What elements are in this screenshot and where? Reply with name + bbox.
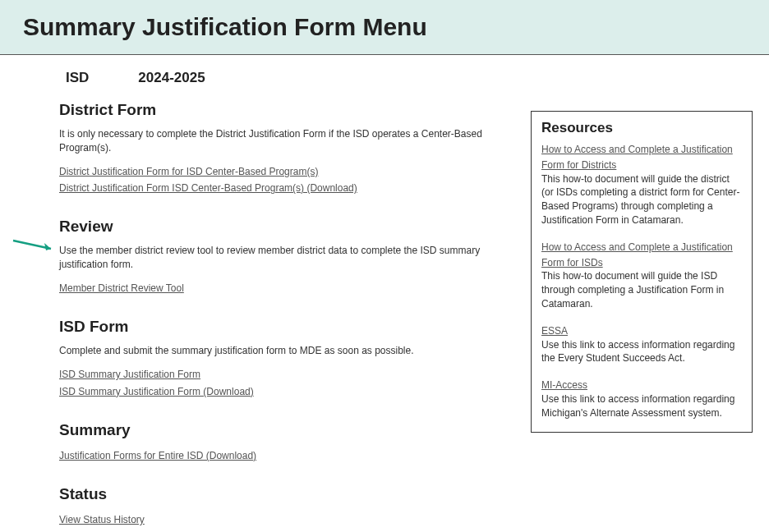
resource-desc: Use this link to access information rega… [541,338,742,366]
link-list: Justification Forms for Entire ISD (Down… [59,447,498,464]
section-heading: Summary [59,421,498,439]
resource-link-howto-isds[interactable]: How to Access and Complete a Justificati… [541,241,733,268]
link-list: ISD Summary Justification Form ISD Summa… [59,366,498,400]
link-list: View Status History Document Menu Summar… [59,511,498,532]
header-banner: Summary Justification Form Menu [0,0,769,55]
section-review: Review Use the member district review to… [59,218,498,296]
content-wrapper: District Form It is only necessary to co… [0,101,769,532]
resource-desc: This how-to document will guide the dist… [541,172,742,227]
link-isd-summary-justification-form-download[interactable]: ISD Summary Justification Form (Download… [59,383,498,400]
breadcrumb-year: 2024-2025 [138,70,205,86]
section-status: Status View Status History Document Menu… [59,485,498,532]
link-justification-forms-entire-isd-download[interactable]: Justification Forms for Entire ISD (Down… [59,447,498,464]
resource-link-essa[interactable]: ESSA [541,325,568,337]
section-district-form: District Form It is only necessary to co… [59,101,498,196]
main-column: District Form It is only necessary to co… [8,101,506,532]
link-list: District Justification Form for ISD Cent… [59,163,498,197]
link-document-menu[interactable]: Document Menu [59,529,498,532]
link-list: Member District Review Tool [59,280,498,296]
section-desc: Complete and submit the summary justific… [59,344,498,358]
link-isd-summary-justification-form[interactable]: ISD Summary Justification Form [59,366,498,383]
page-title: Summary Justification Form Menu [23,13,746,41]
breadcrumb: ISD 2024-2025 [0,55,769,101]
link-member-district-review-tool[interactable]: Member District Review Tool [59,280,498,296]
breadcrumb-org: ISD [66,70,89,86]
link-district-justification-form-download[interactable]: District Justification Form ISD Center-B… [59,180,498,196]
resource-item: MI-Access Use this link to access inform… [541,377,742,420]
resource-item: ESSA Use this link to access information… [541,323,742,365]
resource-link-miaccess[interactable]: MI-Access [541,379,587,391]
section-desc: It is only necessary to complete the Dis… [59,127,498,155]
section-summary: Summary Justification Forms for Entire I… [59,421,498,464]
section-heading: ISD Form [59,318,498,336]
resources-box: Resources How to Access and Complete a J… [531,111,753,433]
resources-title: Resources [541,120,742,136]
section-heading: Review [59,218,498,236]
resource-item: How to Access and Complete a Justificati… [541,239,742,311]
section-desc: Use the member district review tool to r… [59,244,498,272]
link-district-justification-form[interactable]: District Justification Form for ISD Cent… [59,163,498,180]
resource-link-howto-districts[interactable]: How to Access and Complete a Justificati… [541,144,733,171]
resource-item: How to Access and Complete a Justificati… [541,141,742,227]
section-heading: Status [59,485,498,503]
resource-desc: This how-to document will guide the ISD … [541,269,742,310]
link-view-status-history[interactable]: View Status History [59,511,498,528]
resource-desc: Use this link to access information rega… [541,392,742,420]
section-isd-form: ISD Form Complete and submit the summary… [59,318,498,400]
section-heading: District Form [59,101,498,119]
